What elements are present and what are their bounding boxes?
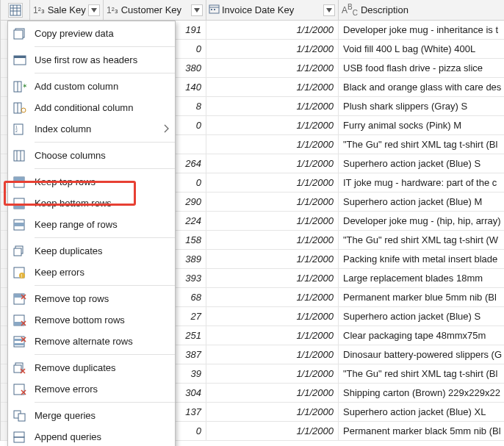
svg-rect-56: [14, 343, 24, 345]
menu-label: Remove errors: [35, 384, 169, 395]
svg-rect-22: [14, 56, 26, 58]
cell-invoice-date[interactable]: 1/1/2000: [206, 269, 339, 288]
cell-invoice-date[interactable]: 1/1/2000: [206, 78, 339, 97]
menu-add-conditional-column[interactable]: Add conditional column: [8, 97, 175, 118]
cell-invoice-date[interactable]: 1/1/2000: [206, 326, 339, 345]
svg-rect-16: [211, 9, 212, 10]
cell-description[interactable]: Permanent marker blue 5mm nib (Bl: [339, 288, 504, 307]
remove-top-icon: [12, 292, 27, 306]
menu-merge-queries[interactable]: Merge queries: [8, 405, 175, 426]
cell-description[interactable]: "The Gu" red shirt XML tag t-shirt (W: [339, 231, 504, 250]
cell-invoice-date[interactable]: 1/1/2000: [206, 193, 339, 212]
cell-invoice-date[interactable]: 1/1/2000: [206, 384, 339, 403]
filter-dropdown-icon[interactable]: [88, 4, 100, 16]
cell-description[interactable]: Superhero action jacket (Blue) XL: [339, 403, 504, 422]
menu-label: Use first row as headers: [35, 54, 169, 65]
menu-keep-duplicates[interactable]: Keep duplicates: [8, 240, 175, 262]
column-header-sale-key[interactable]: 1²₃ Sale Key: [30, 0, 104, 21]
filter-dropdown-icon[interactable]: [323, 4, 335, 16]
table-corner[interactable]: [1, 0, 30, 21]
cell-description[interactable]: Developer joke mug - inheritance is t: [339, 21, 504, 40]
cell-description[interactable]: Developer joke mug - (hip, hip, array): [339, 212, 504, 231]
cell-description[interactable]: "The Gu" red shirt XML tag t-shirt (Bl: [339, 135, 504, 154]
menu-remove-top-rows[interactable]: Remove top rows: [8, 288, 175, 309]
cell-description[interactable]: Permanent marker black 5mm nib (Bl: [339, 422, 504, 441]
cell-invoice-date[interactable]: 1/1/2000: [206, 135, 339, 154]
keep-duplicates-icon: [12, 245, 27, 258]
svg-rect-7: [10, 5, 21, 15]
remove-duplicates-icon: [12, 362, 27, 375]
table-menu-button[interactable]: [8, 3, 23, 18]
cell-description[interactable]: IT joke mug - hardware: part of the c: [339, 173, 504, 193]
cell-invoice-date[interactable]: 1/1/2000: [206, 307, 339, 326]
cell-description[interactable]: Furry animal socks (Pink) M: [339, 116, 504, 135]
svg-rect-36: [14, 177, 24, 181]
cell-invoice-date[interactable]: 1/1/2000: [206, 59, 339, 78]
cell-invoice-date[interactable]: 1/1/2000: [206, 288, 339, 307]
cell-invoice-date[interactable]: 1/1/2000: [206, 364, 339, 384]
svg-rect-20: [14, 30, 23, 39]
svg-marker-13: [194, 8, 200, 12]
cell-invoice-date[interactable]: 1/1/2000: [206, 422, 339, 441]
cell-invoice-date[interactable]: 1/1/2000: [206, 40, 339, 59]
column-header-description[interactable]: ABC Description: [339, 0, 504, 21]
cell-invoice-date[interactable]: 1/1/2000: [206, 345, 339, 364]
svg-rect-67: [18, 414, 25, 421]
menu-label: Keep top rows: [35, 176, 169, 187]
cell-description[interactable]: USB food flash drive - pizza slice: [339, 59, 504, 78]
menu-add-custom-column[interactable]: ✶ Add custom column: [8, 76, 175, 97]
menu-label: Keep range of rows: [35, 219, 169, 230]
menu-use-first-row[interactable]: Use first row as headers: [8, 49, 175, 71]
column-label: Sale Key: [48, 4, 86, 15]
menu-separator: [35, 237, 175, 238]
menu-remove-bottom-rows[interactable]: Remove bottom rows: [8, 309, 175, 331]
menu-index-column[interactable]: 12 Index column: [8, 118, 175, 140]
cell-description[interactable]: Dinosaur battery-powered slippers (G: [339, 345, 504, 364]
svg-text:!: !: [21, 273, 22, 278]
menu-label: Choose columns: [35, 150, 169, 161]
menu-label: Copy preview data: [35, 28, 169, 39]
menu-remove-alternate-rows[interactable]: Remove alternate rows: [8, 331, 175, 352]
cell-invoice-date[interactable]: 1/1/2000: [206, 231, 339, 250]
menu-separator: [35, 354, 175, 355]
menu-keep-errors[interactable]: ! Keep errors: [8, 262, 175, 283]
cell-description[interactable]: Superhero action jacket (Blue) M: [339, 193, 504, 212]
column-header-customer-key[interactable]: 1²₃ Customer Key: [104, 0, 206, 21]
cell-description[interactable]: Void fill 400 L bag (White) 400L: [339, 40, 504, 59]
cell-description[interactable]: Plush shark slippers (Gray) S: [339, 97, 504, 116]
cell-invoice-date[interactable]: 1/1/2000: [206, 154, 339, 173]
menu-keep-range-rows[interactable]: Keep range of rows: [8, 214, 175, 235]
column-label: Description: [361, 4, 408, 15]
menu-keep-bottom-rows[interactable]: Keep bottom rows: [8, 193, 175, 214]
menu-choose-columns[interactable]: Choose columns: [8, 145, 175, 166]
cell-description[interactable]: Packing knife with metal insert blade: [339, 250, 504, 269]
filter-dropdown-icon[interactable]: [191, 4, 203, 16]
cell-description[interactable]: Superhero action jacket (Blue) S: [339, 307, 504, 326]
cell-invoice-date[interactable]: 1/1/2000: [206, 250, 339, 269]
cell-description[interactable]: Black and orange glass with care des: [339, 78, 504, 97]
cell-invoice-date[interactable]: 1/1/2000: [206, 97, 339, 116]
menu-remove-errors[interactable]: Remove errors: [8, 378, 175, 400]
cell-description[interactable]: "The Gu" red shirt XML tag t-shirt (Bl: [339, 364, 504, 384]
menu-label: Merge queries: [35, 410, 169, 421]
cell-description[interactable]: Large replacement blades 18mm: [339, 269, 504, 288]
cell-invoice-date[interactable]: 1/1/2000: [206, 21, 339, 40]
menu-keep-top-rows[interactable]: Keep top rows: [8, 171, 175, 193]
menu-append-queries[interactable]: Append queries: [8, 426, 175, 446]
cell-description[interactable]: Shipping carton (Brown) 229x229x22: [339, 384, 504, 403]
menu-separator: [35, 285, 175, 286]
remove-alternate-icon: [12, 335, 27, 348]
cell-invoice-date[interactable]: 1/1/2000: [206, 173, 339, 193]
column-header-invoice-date[interactable]: Invoice Date Key: [206, 0, 339, 21]
append-icon: [12, 431, 27, 444]
cell-invoice-date[interactable]: 1/1/2000: [206, 116, 339, 135]
menu-remove-duplicates[interactable]: Remove duplicates: [8, 357, 175, 378]
menu-copy-preview[interactable]: Copy preview data: [8, 23, 175, 44]
cell-invoice-date[interactable]: 1/1/2000: [206, 403, 339, 422]
cell-invoice-date[interactable]: 1/1/2000: [206, 212, 339, 231]
svg-text:✶: ✶: [22, 82, 28, 90]
choose-columns-icon: [12, 149, 27, 162]
cell-description[interactable]: Clear packaging tape 48mmx75m: [339, 326, 504, 345]
cell-description[interactable]: Superhero action jacket (Blue) S: [339, 154, 504, 173]
keep-bottom-icon: [12, 197, 27, 210]
